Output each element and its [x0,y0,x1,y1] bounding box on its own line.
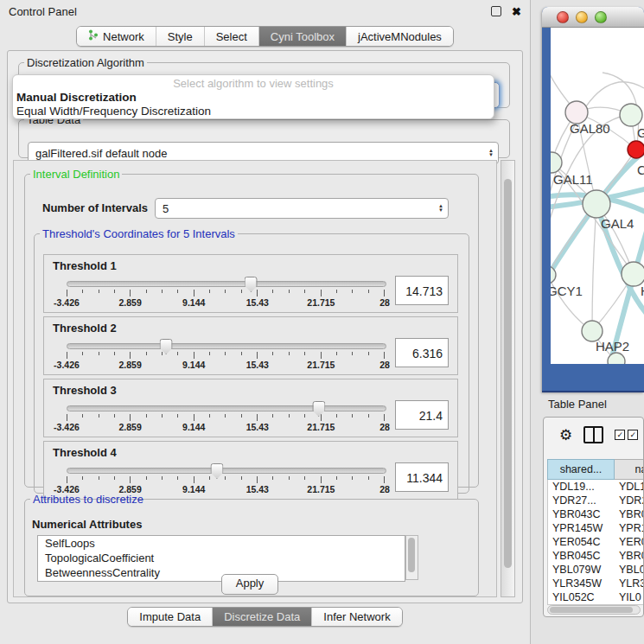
checkbox-checked-icon[interactable]: ✓ [615,430,625,440]
tick-mark [336,290,337,293]
tick-mark [304,476,305,480]
slider-track[interactable] [67,343,386,349]
minimize-traffic-light-icon[interactable] [576,11,588,23]
table-row[interactable]: YBL079WYBL0 [548,563,644,577]
tick-mark [177,414,178,418]
scrollbar-thumb[interactable] [550,607,633,613]
tick-mark [384,352,385,359]
node-label-c: C [637,163,644,177]
algorithm-option-equal-width-frequency-discretization[interactable]: Equal Width/Frequency Discretization [13,105,494,118]
table-horizontal-scrollbar[interactable] [547,605,641,615]
network-edge[interactable] [592,204,596,331]
table-row[interactable]: YDR27...YDR2 [548,494,644,507]
threshold-slider[interactable]: -3.4262.8599.14415.4321.71528 [67,343,385,370]
scrollbar-thumb[interactable] [408,538,415,572]
network-node-node-bottom[interactable] [608,353,625,364]
tab-label: Infer Network [323,610,390,623]
interval-definition-label: Interval Definition [30,168,122,181]
numerical-attributes-label: Numerical Attributes [32,518,142,531]
tick-label: 15.43 [246,422,269,432]
tab-jactivemnodules[interactable]: jActiveMNodules [346,27,453,46]
tab-select[interactable]: Select [204,27,258,46]
column-header-name[interactable]: na [615,459,644,480]
close-icon[interactable]: ✖ [512,5,521,18]
threshold-value-field[interactable]: 11.344 [395,462,449,492]
node-label-gcy1: GCY1 [551,284,583,298]
table-row[interactable]: YBR045CYBR0 [548,549,644,563]
panel-title: Control Panel [9,5,77,18]
network-canvas[interactable]: GAL80GACGAL11GAL4GCY1HHAP2 [551,28,644,364]
scrollbar-thumb[interactable] [504,179,512,568]
table-row[interactable]: YER054CYER0 [548,535,644,549]
checkbox-checked-icon[interactable]: ✓ [628,430,638,440]
cell-name: YBR0 [615,507,644,521]
threshold-value-field[interactable]: 6.316 [395,338,449,367]
float-window-icon[interactable] [491,6,501,16]
tab-style[interactable]: Style [156,27,204,46]
threshold-value-field[interactable]: 14.713 [395,276,449,305]
gear-icon[interactable]: ⚙ [559,428,572,443]
close-traffic-light-icon[interactable] [557,11,569,23]
table-row[interactable]: YPR145WYPR1 [548,521,644,535]
network-window-titlebar[interactable] [542,7,644,28]
cell-name: YDL1 [615,480,644,494]
network-node-node-h[interactable] [622,262,644,286]
tab-cyni-toolbox[interactable]: Cyni Toolbox [258,27,346,46]
apply-button[interactable]: Apply [221,574,278,595]
table-data-value: galFiltered.sif default node [35,147,484,160]
tick-mark [321,414,322,421]
threshold-slider[interactable]: -3.4262.8599.14415.4321.71528 [67,468,385,494]
network-node-gal4[interactable] [583,190,610,218]
network-node-node-top-right[interactable] [620,104,642,126]
tick-mark [241,476,242,480]
tick-mark [289,414,290,418]
tick-mark [194,414,194,421]
algorithm-hint-item[interactable]: Select algorithm to view settings [13,77,494,91]
list-item-topologicalcoefficient[interactable]: TopologicalCoefficient [38,551,405,565]
table-row[interactable]: YIL052CYIL0 [548,590,644,604]
tab-discretize-data[interactable]: Discretize Data [212,608,311,626]
column-header-shared-name[interactable]: shared... [547,459,615,480]
slider-ticks [67,414,385,421]
tick-mark [257,352,258,359]
tick-mark [177,290,178,293]
slider-ticks [67,352,385,359]
slider-track[interactable] [67,468,386,474]
split-view-icon[interactable] [583,426,603,443]
node-label-h: H [641,284,644,298]
stepper-arrows-icon[interactable]: ▲▼ [484,149,498,157]
tick-mark [130,290,131,296]
tick-mark [321,476,322,483]
tick-label: 28 [379,297,390,308]
number-of-intervals-combobox[interactable]: 5 ▲▼ [155,198,449,219]
algorithm-option-manual-discretization[interactable]: Manual Discretization [13,91,494,105]
slider-track[interactable] [67,405,386,411]
stepper-arrows-icon[interactable]: ▲▼ [434,204,448,213]
tick-mark [114,414,115,418]
network-node-node-red[interactable] [628,141,644,158]
threshold-value-field[interactable]: 21.4 [395,400,449,430]
top-tab-group: NetworkStyleSelectCyni ToolboxjActiveMNo… [76,26,454,47]
tab-network[interactable]: Network [77,27,156,46]
numerical-attributes-list[interactable]: SelfLoopsTopologicalCoefficientBetweenne… [37,535,405,582]
tick-mark [146,414,147,418]
zoom-traffic-light-icon[interactable] [595,11,607,23]
slider-tick-labels: -3.4262.8599.14415.4321.71528 [67,297,385,308]
settings-vertical-scrollbar[interactable] [501,160,515,597]
tick-label: 28 [379,422,390,432]
tick-mark [130,352,131,359]
tab-impute-data[interactable]: Impute Data [128,608,212,626]
slider-tick-labels: -3.4262.8599.14415.4321.71528 [67,360,385,370]
cell-shared-name: YIL052C [548,590,615,604]
table-panel: ⚙ ✓ ✓ shared... na YDL19...YDL1YDR27...Y… [543,417,644,617]
threshold-slider[interactable]: -3.4262.8599.14415.4321.71528 [67,405,385,432]
table-row[interactable]: YLR345WYLR3 [548,577,644,590]
table-row[interactable]: YDL19...YDL1 [548,480,644,494]
table-row[interactable]: YBR043CYBR0 [548,507,644,521]
tab-infer-network[interactable]: Infer Network [311,608,401,626]
list-item-selfloops[interactable]: SelfLoops [38,536,405,551]
attributes-list-scrollbar[interactable] [405,535,418,580]
threshold-slider[interactable]: -3.4262.8599.14415.4321.71528 [67,281,385,308]
slider-track[interactable] [67,281,386,287]
tick-mark [225,476,226,480]
